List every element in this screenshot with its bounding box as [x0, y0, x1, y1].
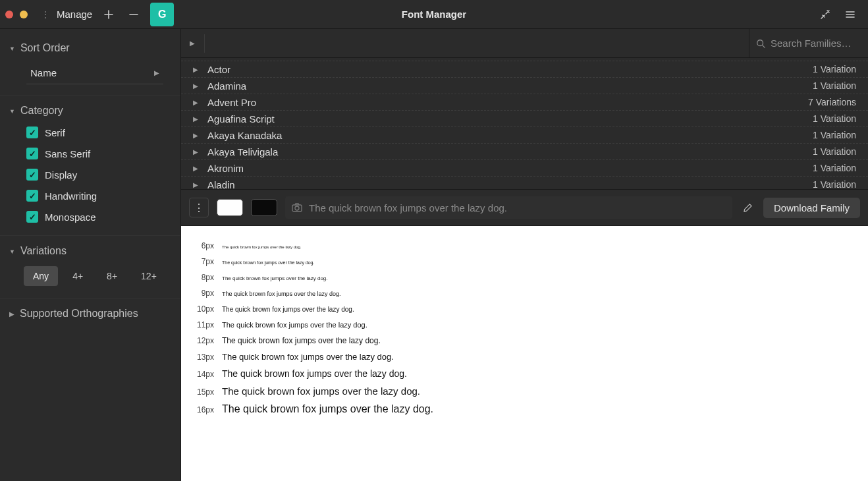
mode-manage-button[interactable]: Manage	[53, 6, 96, 22]
preview-sample-text: The quick brown fox jumps over the lazy …	[222, 368, 407, 379]
search-families	[749, 29, 863, 57]
section-variations: Variations Any4+8+12+	[0, 235, 180, 294]
add-button[interactable]	[98, 4, 119, 25]
drag-handle-icon[interactable]: ⋮	[41, 9, 50, 20]
preview-sample-row: 8pxThe quick brown fox jumps over the la…	[181, 269, 868, 285]
font-family-name: Akaya Kanadaka	[207, 130, 282, 141]
preview-sample-row: 10pxThe quick brown fox jumps over the l…	[181, 301, 868, 317]
remove-button[interactable]	[123, 4, 144, 25]
font-family-name: Aguafina Script	[207, 113, 275, 125]
preview-sample-size: 12px	[181, 336, 222, 345]
preview-sample-row: 12pxThe quick brown fox jumps over the l…	[181, 333, 868, 349]
font-family-row[interactable]: Adamina1 Variation	[181, 78, 868, 94]
preview-sample-size: 10px	[181, 304, 222, 314]
preview-sample-row: 7pxThe quick brown fox jumps over the la…	[181, 254, 868, 269]
font-list-topbar	[181, 29, 868, 58]
variations-header[interactable]: Variations	[0, 240, 180, 262]
orthographies-header[interactable]: Supported Orthographies	[0, 302, 180, 325]
variations-options: Any4+8+12+	[0, 262, 180, 290]
category-item-label: Serif	[45, 127, 65, 138]
variation-option[interactable]: 4+	[63, 266, 92, 286]
preview-sample-text: The quick brown fox jumps over the lazy …	[222, 291, 341, 297]
preview-waterfall: 6pxThe quick brown fox jumps over the la…	[181, 226, 868, 481]
preview-sample-size: 16px	[181, 405, 222, 414]
font-family-row[interactable]: Akaya Telivigala1 Variation	[181, 144, 868, 160]
chevron-right-icon	[193, 115, 198, 123]
preview-text-input[interactable]	[309, 202, 726, 213]
font-variation-count: 1 Variation	[813, 179, 856, 189]
font-family-row[interactable]: Akaya Kanadaka1 Variation	[181, 127, 868, 144]
download-family-button[interactable]: Download Family	[763, 198, 860, 218]
category-item[interactable]: ✓Handwriting	[0, 185, 180, 206]
chevron-right-icon	[193, 66, 198, 73]
fg-color-swatch[interactable]	[251, 199, 277, 216]
orthographies-label: Supported Orthographies	[20, 308, 138, 320]
font-family-name: Akaya Telivigala	[207, 146, 278, 157]
variation-option[interactable]: 12+	[132, 266, 166, 286]
chevron-down-icon	[9, 248, 15, 255]
sort-field-selector[interactable]: Name	[26, 62, 163, 84]
category-item[interactable]: ✓Serif	[0, 122, 180, 143]
checkbox-icon: ✓	[26, 148, 38, 159]
checkbox-icon: ✓	[26, 169, 38, 181]
kebab-icon: ⋮	[194, 202, 204, 214]
preview-sample-size: 15px	[181, 387, 222, 397]
chevron-right-icon	[154, 69, 159, 76]
category-item-label: Sans Serif	[45, 148, 90, 159]
font-family-name: Akronim	[207, 163, 244, 174]
preview-sample-size: 14px	[181, 370, 222, 379]
preview-menu-button[interactable]: ⋮	[189, 198, 209, 217]
variations-label: Variations	[20, 245, 67, 257]
chevron-right-icon	[193, 132, 198, 139]
tools-button[interactable]	[815, 4, 836, 25]
font-family-row[interactable]: Actor1 Variation	[181, 61, 868, 78]
category-item[interactable]: ✓Monospace	[0, 206, 180, 227]
font-variation-count: 1 Variation	[813, 64, 856, 74]
font-family-name: Adamina	[207, 80, 246, 92]
checkbox-icon: ✓	[26, 127, 38, 138]
section-category: Category ✓Serif✓Sans Serif✓Display✓Handw…	[0, 95, 180, 231]
bg-color-swatch[interactable]	[217, 199, 243, 216]
font-family-row[interactable]: Aladin1 Variation	[181, 177, 868, 189]
font-family-list[interactable]: Acme1 VariationActor1 VariationAdamina1 …	[181, 58, 868, 189]
window-minimize-button[interactable]	[20, 11, 28, 18]
window-close-button[interactable]	[5, 11, 13, 18]
preview-sample-text: The quick brown fox jumps over the lazy …	[222, 275, 328, 281]
chevron-down-icon	[9, 107, 15, 115]
preview-sample-text: The quick brown fox jumps over the lazy …	[222, 245, 301, 249]
font-variation-count: 1 Variation	[813, 130, 856, 140]
font-variation-count: 1 Variation	[813, 80, 856, 91]
chevron-right-icon	[9, 310, 14, 318]
chevron-right-icon	[193, 82, 198, 90]
category-header[interactable]: Category	[0, 99, 180, 122]
hamburger-menu-button[interactable]	[840, 4, 861, 25]
font-family-row[interactable]: Advent Pro7 Variations	[181, 94, 868, 111]
variation-option[interactable]: Any	[24, 266, 58, 286]
preview-sample-text: The quick brown fox jumps over the lazy …	[222, 352, 394, 362]
font-variation-count: 1 Variation	[813, 113, 856, 124]
preview-sample-text: The quick brown fox jumps over the lazy …	[222, 321, 367, 329]
preview-sample-size: 7px	[181, 257, 222, 266]
edit-preview-button[interactable]	[740, 200, 755, 215]
font-variation-count: 1 Variation	[813, 146, 856, 157]
variation-option[interactable]: 8+	[97, 266, 126, 286]
search-input[interactable]	[771, 38, 856, 49]
font-family-row[interactable]: Akronim1 Variation	[181, 160, 868, 177]
main-pane: Acme1 VariationActor1 VariationAdamina1 …	[181, 29, 868, 481]
font-family-name: Actor	[207, 64, 231, 75]
preview-sample-row: 6pxThe quick brown fox jumps over the la…	[181, 238, 868, 254]
titlebar: ⋮ Manage G Font Manager	[0, 0, 868, 29]
provider-badge[interactable]: G	[150, 3, 174, 26]
preview-sample-row: 16pxThe quick brown fox jumps over the l…	[181, 400, 868, 418]
chevron-right-icon	[193, 99, 198, 106]
preview-sample-row: 13pxThe quick brown fox jumps over the l…	[181, 349, 868, 365]
camera-icon	[292, 203, 302, 212]
preview-sample-text: The quick brown fox jumps over the lazy …	[222, 336, 381, 345]
sort-order-header[interactable]: Sort Order	[0, 37, 180, 59]
font-family-name: Aladin	[207, 179, 235, 190]
font-family-row[interactable]: Aguafina Script1 Variation	[181, 111, 868, 127]
breadcrumb-root-button[interactable]	[186, 34, 205, 53]
category-item[interactable]: ✓Display	[0, 164, 180, 185]
font-variation-count: 1 Variation	[813, 163, 856, 173]
category-item[interactable]: ✓Sans Serif	[0, 143, 180, 164]
